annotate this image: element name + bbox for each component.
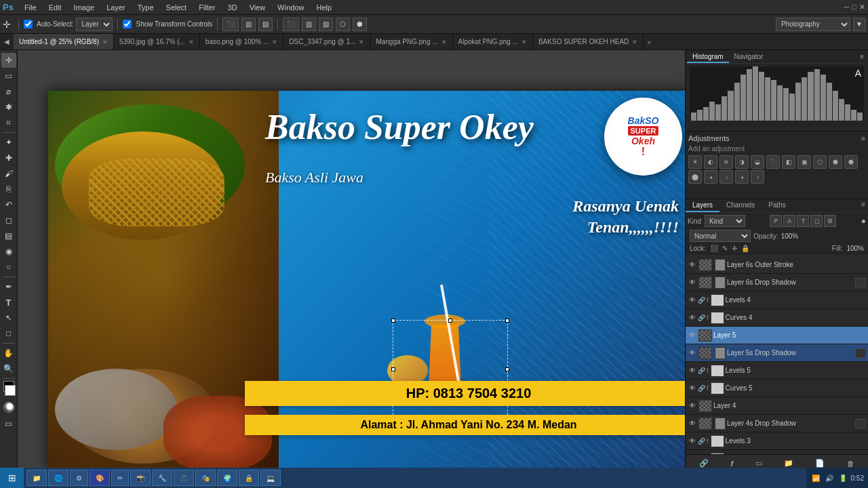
lock-transparent-icon[interactable]: ⬛: [710, 245, 718, 252]
adj-exposure[interactable]: ◑: [735, 155, 749, 169]
tabs-overflow-btn[interactable]: »: [644, 38, 654, 46]
canvas-area[interactable]: Bakso Super Okey Bakso Asli Jawa Rasanya…: [18, 50, 685, 472]
workspace-arrow[interactable]: ▼: [853, 18, 865, 31]
tray-battery-icon[interactable]: 🔋: [837, 472, 848, 483]
layer-visibility-icon[interactable]: 👁: [688, 419, 697, 428]
filter-smart-icon[interactable]: ⚙: [824, 215, 836, 227]
tab-close-dsc[interactable]: ✕: [359, 39, 364, 45]
layer-visibility-icon[interactable]: 👁: [688, 384, 697, 393]
tab-mangga[interactable]: Mangga PNG.png ... ✕: [370, 34, 452, 50]
layer-visibility-icon[interactable]: 👁: [688, 278, 697, 287]
blur-tool[interactable]: ◉: [1, 244, 16, 259]
layer-item-curves5[interactable]: 👁 🔗 f Curves 5: [686, 380, 868, 397]
taskbar-app11[interactable]: 🔒: [239, 470, 259, 486]
layers-kind-dropdown[interactable]: Kind: [705, 215, 745, 227]
tab-histogram[interactable]: Histogram: [687, 52, 729, 63]
fill-value[interactable]: 100%: [846, 245, 864, 252]
menu-file[interactable]: File: [19, 2, 42, 13]
window-minimize[interactable]: ─: [844, 3, 850, 12]
hand-tool[interactable]: ✋: [1, 346, 16, 361]
start-button[interactable]: ⊞: [0, 468, 24, 488]
filter-type-icon[interactable]: T: [797, 215, 809, 227]
distribute-btn5[interactable]: ⬢: [353, 18, 367, 31]
lasso-tool[interactable]: ⌀: [1, 84, 16, 99]
healing-tool[interactable]: ✚: [1, 150, 16, 165]
tab-dsc[interactable]: DSC_3347.png @ 1... ✕: [283, 34, 370, 50]
align-right-btn[interactable]: ▧: [258, 18, 273, 31]
adj-curves[interactable]: ◐: [704, 155, 717, 169]
layer-item-levels4[interactable]: 👁 🔗 f Levels 4: [686, 291, 868, 309]
auto-select-checkbox[interactable]: [24, 20, 33, 28]
distribute-btn4[interactable]: ⬡: [336, 18, 350, 31]
adj-hsl[interactable]: ⬛: [766, 155, 780, 169]
history-tool[interactable]: ↶: [1, 197, 16, 212]
quick-select-tool[interactable]: ✱: [1, 100, 16, 115]
adj-posterize[interactable]: ⬥: [704, 170, 717, 184]
align-left-btn[interactable]: ⬛: [222, 18, 239, 31]
tab-alpokat[interactable]: Alpokat PNG.png ... ✕: [453, 34, 533, 50]
layer-item-levels5[interactable]: 👁 🔗 f Levels 5: [686, 362, 868, 380]
menu-layer[interactable]: Layer: [101, 2, 131, 13]
layers-panel-options[interactable]: ≡: [859, 199, 868, 212]
tray-volume-icon[interactable]: 🔊: [824, 472, 835, 483]
layer-visibility-icon[interactable]: 👁: [688, 331, 697, 340]
taskbar-settings[interactable]: ⚙: [70, 470, 88, 486]
layer-item-layer5[interactable]: 👁 Layer 5: [686, 327, 868, 344]
blend-mode-dropdown[interactable]: Normal: [690, 230, 751, 242]
show-transform-checkbox[interactable]: [123, 20, 132, 28]
tab-close-bakso-head[interactable]: ✕: [632, 39, 637, 45]
taskbar-camera[interactable]: 📸: [130, 470, 151, 486]
filter-toggle[interactable]: ●: [861, 216, 866, 226]
marquee-tool[interactable]: ▭: [1, 68, 16, 83]
adj-vibrance[interactable]: ◒: [751, 155, 764, 169]
taskbar-music[interactable]: 🎵: [174, 470, 194, 486]
lock-all-icon[interactable]: 🔒: [741, 245, 749, 252]
align-center-btn[interactable]: ▥: [241, 18, 256, 31]
menu-view[interactable]: View: [244, 2, 271, 13]
tab-untitled[interactable]: Untitled-1 @ 25% (RGB/8) ✕: [14, 34, 114, 50]
distribute-btn3[interactable]: ▧: [319, 18, 333, 31]
layer-item-layer4[interactable]: 👁 Layer 4: [686, 397, 868, 415]
adj-photo-filter[interactable]: ⬡: [813, 155, 827, 169]
layer-visibility-icon[interactable]: 👁: [688, 348, 697, 358]
layer-dropdown[interactable]: Layer: [76, 18, 113, 31]
adj-color-lookup[interactable]: ⬣: [844, 155, 858, 169]
layer-item-curves4[interactable]: 👁 🔗 f Curves 4: [686, 309, 868, 327]
tab-paths[interactable]: Paths: [762, 199, 793, 212]
crop-tool[interactable]: ⌗: [1, 115, 16, 130]
adjustments-options[interactable]: ≡: [861, 135, 865, 142]
tab-close-alpokat[interactable]: ✕: [521, 39, 527, 45]
menu-3d[interactable]: 3D: [222, 2, 243, 13]
distribute-btn1[interactable]: ⬛: [283, 18, 299, 31]
menu-help[interactable]: Help: [311, 2, 337, 13]
layer-visibility-icon[interactable]: 👁: [688, 366, 697, 375]
screen-mode-btn[interactable]: ▭: [1, 416, 16, 431]
layer-visibility-icon[interactable]: 👁: [688, 436, 697, 446]
adj-levels[interactable]: ≋: [719, 155, 733, 169]
tab-navigator[interactable]: Navigator: [729, 52, 769, 63]
eyedropper-tool[interactable]: ✦: [1, 135, 16, 150]
lock-position-icon[interactable]: ✛: [732, 245, 737, 252]
layer-item-6s-outer[interactable]: 👁 Layer 6s Outer Stroke: [686, 256, 868, 274]
adj-channel-mixer[interactable]: ⬢: [829, 155, 842, 169]
layer-visibility-icon[interactable]: 👁: [688, 296, 697, 305]
tab-channels[interactable]: Channels: [719, 199, 762, 212]
layer-item-6s-drop[interactable]: 👁 Layer 6s Drop Shadow: [686, 274, 868, 291]
clone-tool[interactable]: ⎘: [1, 182, 16, 197]
adj-selective-color[interactable]: ⬨: [751, 170, 764, 184]
taskbar-app10[interactable]: 🌍: [217, 470, 237, 486]
tab-5390[interactable]: 5390.jpg @ 16.7% (... ✕: [114, 34, 200, 50]
adj-gradient-map[interactable]: ⬧: [735, 170, 749, 184]
adj-color-balance[interactable]: ◧: [782, 155, 795, 169]
workspace-dropdown[interactable]: Photography: [776, 18, 850, 31]
taskbar-app9[interactable]: 🎭: [195, 470, 216, 486]
canvas-document[interactable]: Bakso Super Okey Bakso Asli Jawa Rasanya…: [48, 91, 685, 470]
menu-image[interactable]: Image: [68, 2, 100, 13]
layer-visibility-icon[interactable]: 👁: [688, 260, 697, 270]
menu-type[interactable]: Type: [132, 2, 159, 13]
taskbar-tool[interactable]: 🔧: [152, 470, 172, 486]
menu-filter[interactable]: Filter: [193, 2, 220, 13]
adj-invert[interactable]: ⬤: [688, 170, 702, 184]
taskbar-browser[interactable]: 🌐: [48, 470, 68, 486]
window-maximize[interactable]: □: [852, 3, 856, 12]
